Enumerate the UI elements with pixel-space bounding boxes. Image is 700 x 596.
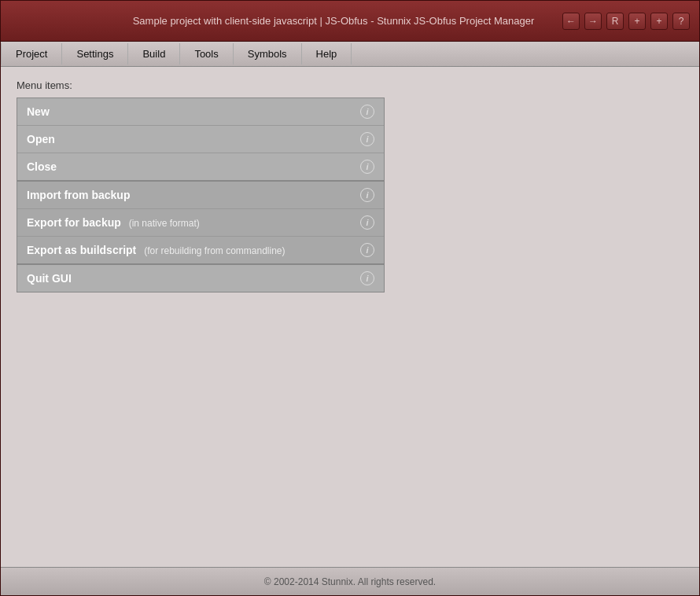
menu-section-3: Quit GUI i xyxy=(17,265,384,292)
menu-item-close-label: Close xyxy=(27,160,354,173)
info-icon-import[interactable]: i xyxy=(360,188,374,202)
info-icon-export-backup[interactable]: i xyxy=(360,215,374,230)
section-label: Menu items: xyxy=(17,79,683,91)
menu-item-export-backup[interactable]: Export for backup (in native format) i xyxy=(17,209,384,237)
menu-item-export-backup-label: Export for backup (in native format) xyxy=(27,216,354,229)
app-window: Sample project with client-side javascri… xyxy=(0,0,700,596)
content-area: Menu items: New i Open i Close i xyxy=(1,67,699,567)
menu-tools[interactable]: Tools xyxy=(180,43,233,64)
menu-project[interactable]: Project xyxy=(1,43,62,64)
info-icon-open[interactable]: i xyxy=(360,132,374,146)
window-title: Sample project with client-side javascri… xyxy=(105,15,562,27)
menu-item-export-buildscript-label: Export as buildscript (for rebuilding fr… xyxy=(27,244,354,256)
menu-item-open[interactable]: Open i xyxy=(17,126,384,153)
plus-button[interactable]: + xyxy=(650,13,668,30)
menu-help[interactable]: Help xyxy=(302,43,352,64)
menubar: Project Settings Build Tools Symbols Hel… xyxy=(1,42,699,67)
menu-item-close[interactable]: Close i xyxy=(17,153,384,180)
back-button[interactable]: ← xyxy=(562,13,580,30)
menu-symbols[interactable]: Symbols xyxy=(234,43,302,64)
info-icon-new[interactable]: i xyxy=(360,105,374,119)
titlebar-controls: ← → R + + ? xyxy=(562,13,690,30)
add-button[interactable]: + xyxy=(628,13,646,30)
menu-settings[interactable]: Settings xyxy=(62,43,128,64)
reload-button[interactable]: R xyxy=(606,13,624,30)
help-button[interactable]: ? xyxy=(672,13,690,30)
footer: © 2002-2014 Stunnix. All rights reserved… xyxy=(1,567,699,595)
menu-item-import-label: Import from backup xyxy=(27,189,354,201)
menu-item-open-label: Open xyxy=(27,133,354,145)
menu-item-import[interactable]: Import from backup i xyxy=(17,182,384,209)
forward-button[interactable]: → xyxy=(584,13,602,30)
menu-list: New i Open i Close i Import from backup xyxy=(17,97,385,292)
menu-item-new-label: New xyxy=(27,105,354,118)
info-icon-export-buildscript[interactable]: i xyxy=(360,243,374,257)
menu-section-1: New i Open i Close i xyxy=(17,98,384,182)
titlebar: Sample project with client-side javascri… xyxy=(1,1,699,42)
menu-section-2: Import from backup i Export for backup (… xyxy=(17,182,384,265)
footer-text: © 2002-2014 Stunnix. All rights reserved… xyxy=(264,576,436,587)
info-icon-close[interactable]: i xyxy=(360,160,374,174)
menu-item-export-buildscript[interactable]: Export as buildscript (for rebuilding fr… xyxy=(17,237,384,263)
menu-item-quit-label: Quit GUI xyxy=(27,272,354,285)
menu-build[interactable]: Build xyxy=(128,43,180,64)
menu-item-quit[interactable]: Quit GUI i xyxy=(17,265,384,292)
menu-item-new[interactable]: New i xyxy=(17,98,384,126)
info-icon-quit[interactable]: i xyxy=(360,271,374,285)
